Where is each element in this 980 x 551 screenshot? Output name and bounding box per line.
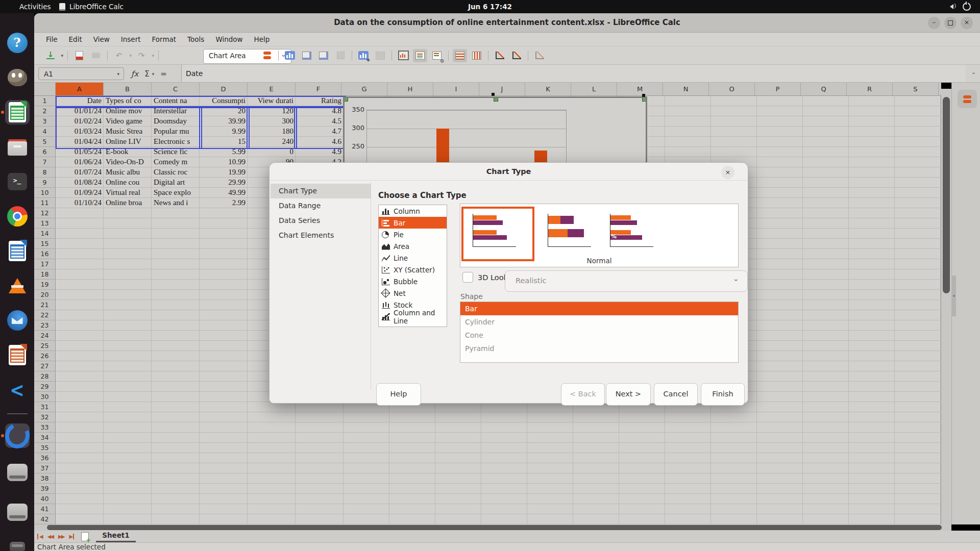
menu-item[interactable]: Tools	[183, 34, 209, 44]
toolbar-icon[interactable]	[158, 51, 159, 61]
row-header[interactable]: 19	[34, 280, 55, 290]
toolbar-icon[interactable]	[333, 49, 348, 62]
cancel-button[interactable]: Cancel	[654, 383, 698, 406]
chart-type-item[interactable]: Bar	[379, 217, 447, 229]
cell[interactable]: Online mov	[104, 106, 152, 116]
toolbar-icon[interactable]	[373, 49, 387, 62]
toolbar-icon[interactable]	[352, 51, 352, 61]
row-header[interactable]: 22	[34, 310, 55, 320]
vscroll-split-handle[interactable]	[943, 85, 950, 87]
dock-item[interactable]	[5, 535, 30, 551]
minimize-button[interactable]: –	[928, 17, 940, 29]
dock-item[interactable]	[7, 413, 28, 414]
toolbar-icon[interactable]	[278, 51, 279, 61]
row-header[interactable]: 16	[34, 249, 55, 259]
chart-type-item[interactable]: Column	[379, 205, 447, 217]
subtype-thumbnail[interactable]: %	[599, 208, 660, 255]
select-all-corner[interactable]	[34, 83, 56, 96]
titlebar[interactable]: Data on the consumption of online entert…	[34, 13, 980, 33]
prev-sheet-icon[interactable]: ◀◀	[46, 534, 54, 539]
toolbar-icon[interactable]	[528, 51, 528, 61]
row-header[interactable]: 39	[34, 484, 55, 494]
toolbar-icon[interactable]	[356, 49, 371, 62]
shape-item[interactable]: Bar	[460, 302, 738, 315]
column-header[interactable]: N	[663, 83, 709, 95]
shape-item[interactable]: Cylinder	[460, 315, 738, 329]
cell[interactable]: 01/09/24	[56, 188, 104, 198]
row-header[interactable]: 42	[34, 514, 55, 524]
close-button[interactable]: ×	[961, 17, 973, 29]
sidebar-settings-icon[interactable]	[958, 90, 977, 108]
row-header[interactable]: 1	[34, 96, 55, 106]
cell[interactable]: 01/07/24	[56, 167, 104, 178]
cell[interactable]: News and i	[152, 198, 200, 208]
chart-handle[interactable]	[642, 97, 647, 102]
first-sheet-icon[interactable]: ◀	[37, 534, 43, 539]
toolbar-icon[interactable]	[72, 49, 86, 62]
column-header[interactable]: D	[200, 83, 248, 95]
cell[interactable]: Space explo	[152, 188, 200, 198]
cell[interactable]: 4.6	[296, 137, 344, 147]
sidebar-collapse-handle[interactable]: ◂	[951, 276, 956, 316]
cell[interactable]: Content na	[152, 96, 200, 106]
row-header[interactable]: 40	[34, 494, 55, 504]
finish-button[interactable]: Finish	[701, 383, 745, 406]
last-sheet-icon[interactable]: ▶	[68, 534, 74, 539]
column-header[interactable]: S	[893, 83, 939, 95]
toolbar-icon[interactable]	[112, 49, 126, 62]
3d-mode-dropdown[interactable]: Realistic	[505, 270, 748, 292]
column-header[interactable]: O	[709, 83, 755, 95]
help-button[interactable]: Help	[376, 383, 421, 406]
cell[interactable]: 39.99	[200, 116, 248, 127]
toolbar-icon[interactable]	[470, 49, 484, 62]
cell[interactable]: 180	[248, 127, 296, 137]
cell[interactable]: 19.99	[200, 167, 248, 178]
column-header[interactable]: E	[248, 83, 296, 95]
cell[interactable]: 240	[248, 137, 296, 147]
menu-item[interactable]: Edit	[64, 34, 87, 44]
row-header[interactable]: 12	[34, 208, 55, 218]
cell[interactable]: 2.99	[200, 198, 248, 208]
toolbar-icon[interactable]	[300, 49, 314, 62]
dock-item[interactable]	[5, 65, 30, 90]
row-header[interactable]: 32	[34, 412, 55, 422]
column-header[interactable]: C	[152, 83, 200, 95]
toolbar-icon[interactable]	[493, 49, 507, 62]
cell[interactable]: 01/03/24	[56, 127, 104, 137]
dock-item[interactable]	[5, 204, 30, 229]
cell[interactable]: Music Strea	[104, 127, 152, 137]
cell[interactable]: 300	[248, 116, 296, 127]
row-header[interactable]: 27	[34, 361, 55, 371]
cell[interactable]: 4.9	[296, 147, 344, 157]
row-header[interactable]: 23	[34, 320, 55, 331]
dialog-nav-item[interactable]: Chart Elements	[271, 228, 371, 243]
clock[interactable]: Jun 6 17:42	[0, 3, 980, 11]
toolbar-icon[interactable]	[260, 49, 274, 62]
toolbar-icon[interactable]	[391, 51, 392, 61]
toolbar-icon[interactable]	[107, 51, 108, 61]
dock-item[interactable]	[5, 100, 30, 124]
cell[interactable]: 49.99	[200, 188, 248, 198]
dock-item[interactable]	[5, 239, 30, 263]
row-header[interactable]: 4	[34, 127, 55, 137]
cell[interactable]: 4.8	[296, 106, 344, 116]
toolbar-icon[interactable]	[396, 49, 410, 62]
row-header[interactable]: 17	[34, 259, 55, 269]
cell[interactable]: E-book	[104, 147, 152, 157]
horizontal-scrollbar-thumb[interactable]	[47, 525, 942, 530]
cell[interactable]: Digital art	[152, 178, 200, 188]
row-header[interactable]: 8	[34, 167, 55, 178]
row-header[interactable]: 14	[34, 229, 55, 239]
cell[interactable]: Comedy m	[152, 157, 200, 167]
row-header[interactable]: 28	[34, 371, 55, 382]
cell[interactable]: 29.99	[200, 178, 248, 188]
cell[interactable]: 01/06/24	[56, 157, 104, 167]
row-header[interactable]: 24	[34, 331, 55, 341]
toolbar-icon[interactable]	[283, 49, 297, 62]
equals-icon[interactable]: =	[160, 69, 167, 79]
dock-item[interactable]: <	[5, 378, 30, 402]
chart-type-item[interactable]: XY (Scatter)	[379, 264, 447, 276]
cell[interactable]: Types of co	[104, 96, 152, 106]
menu-item[interactable]: Insert	[116, 34, 145, 44]
cell[interactable]: Classic roc	[152, 167, 200, 178]
